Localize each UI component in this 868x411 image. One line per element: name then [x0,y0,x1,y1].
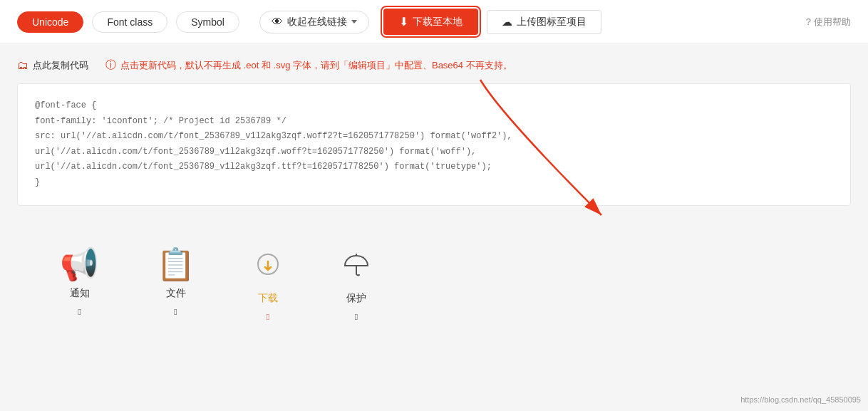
collapse-button[interactable]: 👁 收起在线链接 [259,11,369,33]
icon-item-download: 下载  [252,249,284,322]
code-line-3: src: url('//at.alicdn.com/t/font_2536789… [35,129,833,145]
icons-section: 📢 通知  📋 文件  [17,220,851,350]
download-label: 下载至本地 [413,16,463,28]
tab-symbol[interactable]: Symbol [176,11,239,33]
icon-item-file: 📋 文件  [156,249,195,322]
download-icon-code:  [267,312,269,322]
protect-icon-label: 保护 [346,292,366,305]
file-icon-code:  [174,307,177,317]
protect-icon-code:  [355,312,358,322]
copy-icon: 🗂 [17,59,29,72]
upload-label: 上传图标至项目 [517,16,587,28]
download-button[interactable]: ⬇ 下载至本地 [383,9,478,35]
main-content: 🗂 点此复制代码 ⓘ 点击更新代码，默认不再生成 .eot 和 .svg 字体，… [0,44,868,365]
eye-icon: 👁 [272,16,283,28]
collapse-label: 收起在线链接 [287,16,347,28]
code-line-6: } [35,175,833,191]
help-link[interactable]: ? 使用帮助 [806,16,851,28]
code-line-4: url('//at.alicdn.com/t/font_2536789_v1l2… [35,145,833,160]
top-bar: Unicode Font class Symbol 👁 收起在线链接 ⬇ 下载至… [0,0,868,44]
copy-code-label: 点此复制代码 [33,59,88,72]
notice-bar: 🗂 点此复制代码 ⓘ 点击更新代码，默认不再生成 .eot 和 .svg 字体，… [17,58,851,72]
notification-icon-symbol: 📢 [60,249,99,280]
code-section: @font-face { font-family: 'iconfont'; /*… [17,83,851,206]
upload-button[interactable]: ☁ 上传图标至项目 [487,10,601,34]
download-icon-label: 下载 [258,292,278,305]
icon-item-notification: 📢 通知  [60,249,99,322]
code-line-1: @font-face { [35,98,833,114]
notification-icon-label: 通知 [70,287,90,300]
icon-item-protect: 保护  [341,249,372,322]
copy-code-link[interactable]: 🗂 点此复制代码 [17,59,88,72]
chevron-down-icon [351,20,357,24]
page-wrapper: Unicode Font class Symbol 👁 收起在线链接 ⬇ 下载至… [0,0,868,411]
code-block: @font-face { font-family: 'iconfont'; /*… [17,83,851,206]
update-notice-text: 点击更新代码，默认不再生成 .eot 和 .svg 字体，请到「编辑项目」中配置… [120,59,512,72]
file-icon-symbol: 📋 [156,249,195,280]
code-line-5: url('//at.alicdn.com/t/font_2536789_v1l2… [35,160,833,175]
download-icon-symbol [252,249,284,285]
question-icon: ? [806,16,811,27]
update-notice: ⓘ 点击更新代码，默认不再生成 .eot 和 .svg 字体，请到「编辑项目」中… [105,58,512,72]
file-icon-label: 文件 [166,287,186,300]
notification-icon-code:  [78,307,81,317]
protect-icon-symbol [341,249,372,285]
help-label: 使用帮助 [814,16,851,28]
warning-icon: ⓘ [105,58,116,72]
download-icon: ⬇ [399,15,408,28]
watermark: https://blog.csdn.net/qq_45850095 [740,395,861,404]
upload-cloud-icon: ☁ [502,16,512,28]
watermark-text: https://blog.csdn.net/qq_45850095 [740,395,861,404]
code-line-2: font-family: 'iconfont'; /* Project id 2… [35,114,833,130]
tab-fontclass[interactable]: Font class [92,11,167,33]
tab-unicode[interactable]: Unicode [17,11,83,33]
